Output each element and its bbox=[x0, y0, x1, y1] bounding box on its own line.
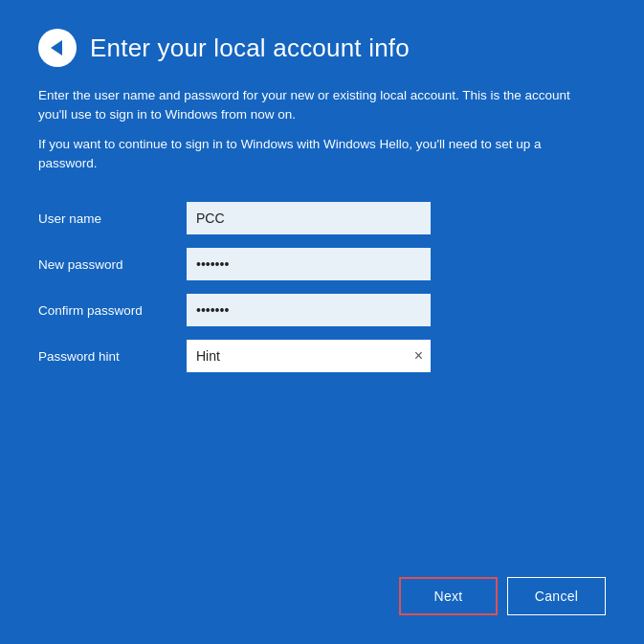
password-hint-input[interactable] bbox=[187, 340, 407, 372]
new-password-row: New password bbox=[38, 248, 606, 280]
password-hint-label: Password hint bbox=[38, 349, 187, 364]
new-password-label: New password bbox=[38, 257, 187, 272]
confirm-password-input[interactable] bbox=[187, 294, 431, 326]
confirm-password-row: Confirm password bbox=[38, 294, 606, 326]
form: User name New password Confirm password … bbox=[38, 202, 606, 386]
footer: Next Cancel bbox=[399, 577, 606, 615]
username-label: User name bbox=[38, 211, 187, 226]
username-input[interactable] bbox=[187, 202, 431, 234]
cancel-button[interactable]: Cancel bbox=[507, 577, 606, 615]
password-hint-row: Password hint × bbox=[38, 340, 606, 372]
header: Enter your local account info bbox=[38, 29, 606, 67]
next-button[interactable]: Next bbox=[399, 577, 498, 615]
page-title: Enter your local account info bbox=[90, 33, 410, 63]
clear-hint-button[interactable]: × bbox=[407, 340, 431, 372]
main-container: Enter your local account info Enter the … bbox=[0, 0, 644, 644]
back-arrow-icon bbox=[51, 40, 62, 56]
new-password-input[interactable] bbox=[187, 248, 431, 280]
description-line2: If you want to continue to sign in to Wi… bbox=[38, 135, 593, 174]
confirm-password-label: Confirm password bbox=[38, 303, 187, 318]
username-row: User name bbox=[38, 202, 606, 234]
back-button[interactable] bbox=[38, 29, 77, 67]
hint-wrapper: × bbox=[187, 340, 431, 372]
description-line1: Enter the user name and password for you… bbox=[38, 86, 593, 125]
